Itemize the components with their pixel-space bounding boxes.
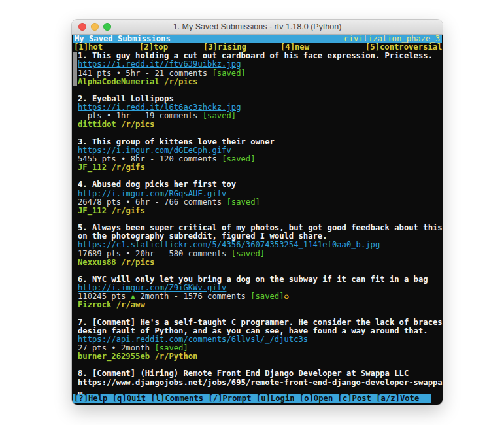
- saved-badge: [saved]: [250, 292, 284, 301]
- submission-item[interactable]: 3. This group of kittens love their owne…: [73, 138, 442, 173]
- subreddit-link[interactable]: /r/pics: [121, 120, 154, 129]
- submission-link[interactable]: https://i.redd.it/l6t6ac3zhckz.jpg: [78, 103, 241, 112]
- submission-byline: AlphaCodeNumerial /r/pics: [73, 78, 442, 86]
- submission-link[interactable]: http://i.imgur.com/Z9iGKWv.gifv: [78, 283, 226, 292]
- author-name[interactable]: Nexxus88: [78, 258, 116, 267]
- submission-byline: JF_112 /r/gifs: [73, 163, 442, 172]
- author-name[interactable]: JF_112: [78, 206, 107, 215]
- submission-item[interactable]: 6. NYC will only let you bring a dog on …: [73, 275, 442, 310]
- author-name[interactable]: burner_262955eb: [78, 352, 150, 361]
- submission-byline: Fizrock /r/aww: [73, 301, 442, 309]
- selection-cursor: [73, 52, 77, 86]
- subreddit-link[interactable]: /r/aww: [116, 300, 145, 309]
- subreddit-link[interactable]: /r/gifs: [111, 206, 144, 215]
- close-button[interactable]: [78, 23, 86, 31]
- saved-badge: [saved]: [226, 197, 260, 207]
- submission-byline: burner_262955eb /r/Python: [73, 352, 442, 361]
- author-name[interactable]: AlphaCodeNumerial: [78, 77, 160, 86]
- subreddit-link[interactable]: /r/Python: [154, 352, 197, 361]
- submission-title[interactable]: 7. [Comment] He's a self-taught C progra…: [73, 318, 442, 327]
- upvote-icon: ▲: [131, 292, 135, 301]
- stats-text: 26478 pts • 6hr - 766 comments: [78, 197, 226, 207]
- window-title: 1. My Saved Submissions - rtv 1.18.0 (Py…: [173, 22, 342, 31]
- saved-badge: [saved]: [231, 249, 265, 258]
- stats-text: 2month - 1576 comments: [135, 292, 250, 301]
- window-titlebar: 1. My Saved Submissions - rtv 1.18.0 (Py…: [72, 20, 443, 35]
- stats-text: 5455 pts • 8hr - 120 comments: [78, 154, 222, 163]
- author-name[interactable]: Fizrock: [78, 300, 111, 309]
- submission-item[interactable]: 1. This guy holding a cut out cardboard …: [73, 52, 442, 86]
- minimize-button[interactable]: [91, 23, 99, 31]
- stats-text: 27 pts • 2month: [78, 343, 154, 352]
- subreddit-link[interactable]: /r/pics: [121, 258, 154, 267]
- submission-item[interactable]: 4. Abused dog picks her first toyhttp://…: [73, 180, 442, 215]
- author-name[interactable]: dittidot: [78, 120, 116, 129]
- submission-byline: dittidot /r/pics: [73, 120, 442, 129]
- subreddit-link[interactable]: /r/pics: [164, 77, 197, 86]
- saved-badge: [saved]: [203, 111, 236, 120]
- help-bar: [?]Help [q]Quit [l]Comments [/]Prompt [u…: [73, 394, 431, 403]
- submission-byline: Nexxus88 /r/pics: [73, 258, 442, 267]
- saved-badge: [saved]: [154, 343, 188, 352]
- submission-link[interactable]: https://i.imgur.com/dGEeCph.gifv: [78, 146, 231, 155]
- zoom-button[interactable]: [103, 23, 111, 31]
- submission-title[interactable]: https://www.djangojobs.net/jobs/695/remo…: [73, 379, 442, 387]
- subreddit-link[interactable]: /r/gifs: [111, 163, 144, 172]
- gilded-icon: ✪: [284, 292, 289, 301]
- submission-link[interactable]: https://api.reddit.com/comments/6llvsl/_…: [78, 335, 308, 344]
- submission-link[interactable]: https://c1.staticflickr.com/5/4356/36074…: [78, 240, 380, 249]
- stats-text: - pts • 1hr - 19 comments: [78, 111, 203, 120]
- submission-list: 1. This guy holding a cut out cardboard …: [73, 52, 442, 396]
- submission-item[interactable]: 8. [Comment] (Hiring) Remote Front End D…: [73, 369, 442, 395]
- submission-link[interactable]: https://i.redd.it/7ftv639uibkz.jpg: [78, 60, 241, 69]
- stats-text: 17689 pts • 20hr - 580 comments: [78, 249, 231, 258]
- submission-item[interactable]: 2. Eyeball Lollipopshttps://i.redd.it/l6…: [73, 95, 442, 129]
- saved-badge: [saved]: [222, 154, 255, 163]
- submission-byline: JF_112 /r/gifs: [73, 207, 442, 215]
- traffic-lights: [78, 20, 111, 34]
- submission-link[interactable]: http://i.imgur.com/RGqsAUE.gifv: [78, 189, 226, 198]
- rtv-terminal: My Saved Submissions civilization_phaze_…: [72, 35, 443, 405]
- macos-window: 1. My Saved Submissions - rtv 1.18.0 (Py…: [72, 20, 443, 405]
- submission-item[interactable]: 7. [Comment] He's a self-taught C progra…: [73, 318, 442, 362]
- author-name[interactable]: JF_112: [78, 163, 107, 172]
- stats-text: 141 pts • 5hr - 21 comments: [78, 69, 212, 78]
- submission-title[interactable]: 8. [Comment] (Hiring) Remote Front End D…: [73, 369, 442, 378]
- stats-text: 110245 pts: [78, 292, 131, 301]
- saved-badge: [saved]: [212, 69, 245, 78]
- submission-item[interactable]: 5. Always been super critical of my phot…: [73, 224, 442, 267]
